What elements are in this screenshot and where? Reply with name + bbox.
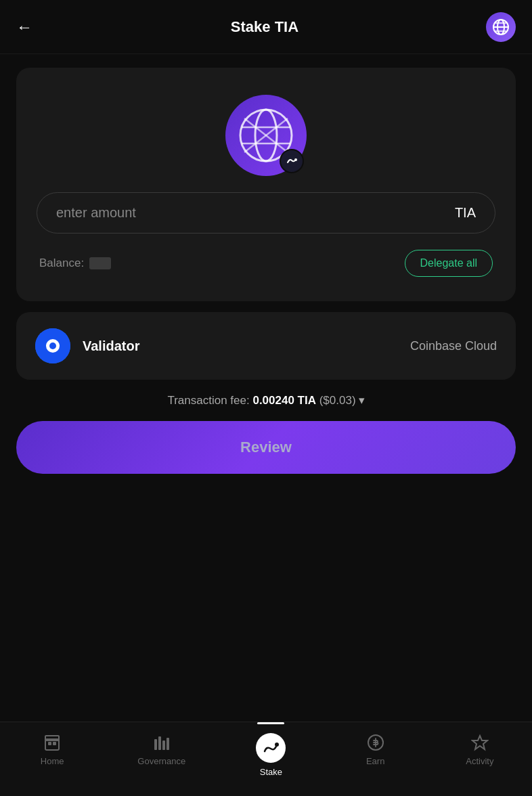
svg-marker-26 (472, 736, 487, 749)
svg-rect-23 (167, 738, 169, 750)
balance-row: Balance: Delegate all (37, 250, 495, 277)
stake-card: TIA Balance: Delegate all (16, 68, 516, 301)
svg-rect-18 (53, 742, 56, 745)
nav-label-home: Home (41, 756, 64, 766)
stake-icon-circle (256, 733, 286, 763)
nav-label-activity: Activity (466, 756, 493, 766)
balance-value-placeholder (89, 257, 111, 269)
transaction-fee-row: Transaction fee: 0.00240 TIA ($0.03)▾ (16, 391, 516, 410)
nav-label-governance: Governance (137, 756, 185, 766)
balance-left: Balance: (39, 257, 111, 270)
review-button[interactable]: Review (16, 421, 516, 474)
nav-item-stake[interactable]: Stake (244, 730, 298, 780)
svg-point-12 (294, 158, 297, 161)
svg-rect-20 (154, 739, 157, 750)
back-button[interactable]: ← (16, 18, 43, 37)
token-icon-container (225, 95, 307, 176)
currency-label: TIA (455, 205, 476, 221)
svg-point-15 (49, 342, 56, 349)
validator-icon (35, 328, 70, 363)
delegate-all-button[interactable]: Delegate all (405, 250, 493, 277)
nav-item-home[interactable]: Home (25, 730, 79, 769)
page-title: Stake TIA (231, 18, 298, 36)
svg-rect-21 (158, 736, 161, 750)
nav-label-stake: Stake (260, 767, 282, 777)
nav-label-earn: Earn (366, 756, 384, 766)
fee-usd: ($0.03) (316, 394, 356, 407)
earn-icon (366, 733, 385, 752)
fee-label: Transaction fee: (167, 394, 252, 407)
svg-rect-17 (48, 742, 51, 745)
fee-chevron-icon[interactable]: ▾ (359, 394, 365, 407)
validator-card[interactable]: Validator Coinbase Cloud (16, 312, 516, 380)
nav-item-governance[interactable]: Governance (129, 730, 194, 769)
home-icon (43, 733, 62, 752)
main-content: TIA Balance: Delegate all Validator Coin… (0, 54, 532, 722)
validator-left: Validator (35, 328, 139, 363)
svg-point-24 (275, 743, 279, 747)
amount-input[interactable] (56, 205, 448, 221)
governance-icon (152, 733, 171, 752)
fee-amount: 0.00240 TIA (252, 394, 316, 407)
amount-input-container[interactable]: TIA (37, 192, 495, 234)
balance-label: Balance: (39, 257, 84, 270)
activity-icon (470, 733, 489, 752)
header: ← Stake TIA (0, 0, 532, 54)
svg-rect-22 (162, 740, 165, 750)
validator-label: Validator (83, 338, 139, 354)
nav-item-earn[interactable]: Earn (349, 730, 403, 769)
validator-name: Coinbase Cloud (410, 339, 497, 353)
token-badge (280, 149, 304, 173)
nav-item-activity[interactable]: Activity (453, 730, 507, 769)
globe-button[interactable] (486, 12, 516, 42)
bottom-nav: Home Governance Stake E (0, 722, 532, 796)
